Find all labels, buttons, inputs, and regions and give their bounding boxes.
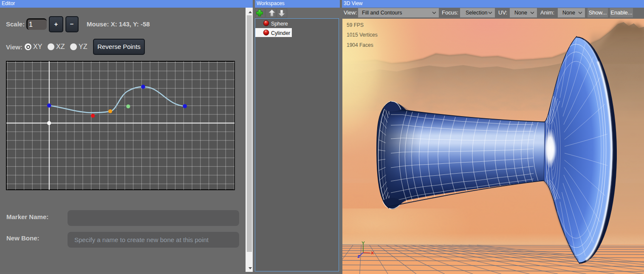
- svg-text:59 FPS: 59 FPS: [347, 22, 364, 28]
- svg-text:1904 Faces: 1904 Faces: [347, 42, 373, 48]
- svg-text:1015 Vertices: 1015 Vertices: [347, 32, 378, 38]
